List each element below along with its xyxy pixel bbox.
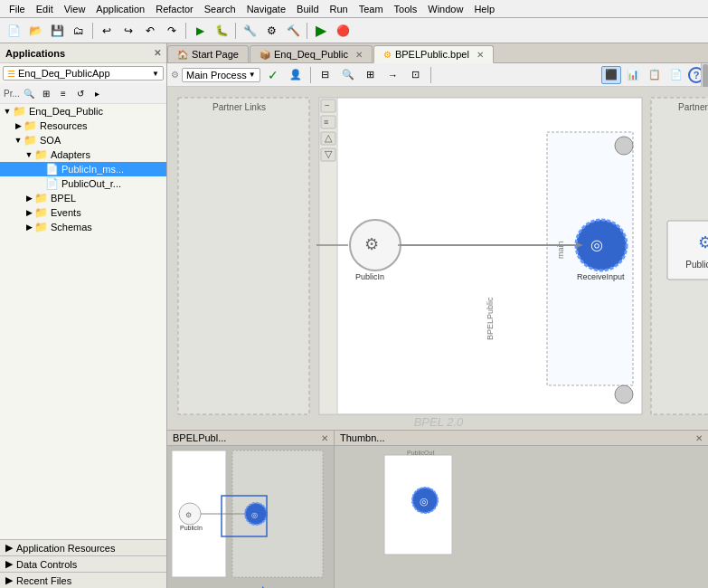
tree-toggle-bpel[interactable]: ▶	[24, 194, 34, 203]
app-selector[interactable]: ☰ Enq_Deq_PublicApp ▼	[3, 66, 164, 81]
svg-text:PublicOut: PublicOut	[685, 260, 708, 270]
tab-start-page[interactable]: 🏠 Start Page	[167, 45, 249, 62]
thumb-content-bpel[interactable]: ⚙ PublicIn ◎	[167, 446, 334, 588]
tree-toggle-soa[interactable]: ▼	[13, 136, 24, 145]
redo-button[interactable]: ↷	[162, 21, 182, 41]
undo-button[interactable]: ↶	[140, 21, 160, 41]
layout-btn[interactable]: ⊟	[316, 66, 335, 84]
expander-app-resources[interactable]: ▶ Application Resources	[0, 539, 166, 555]
partner-btn[interactable]: ⊡	[406, 66, 426, 84]
debug-button[interactable]: 🐛	[212, 21, 231, 41]
tree-refresh-btn[interactable]: ↺	[72, 85, 89, 101]
tab-icon-bpel: ⚙	[383, 50, 392, 60]
new-button[interactable]: 📄	[4, 21, 24, 41]
tree-filter-btn[interactable]: ⊞	[38, 85, 54, 101]
thumb-svg: ⚙ PublicIn ◎	[167, 446, 334, 588]
menu-view[interactable]: View	[59, 2, 91, 16]
tree-item-enq[interactable]: ▼ 📁 Enq_Deq_Public	[0, 104, 166, 119]
tree-search-btn[interactable]: 🔍	[21, 85, 37, 101]
tab-enq-deq[interactable]: 📦 Enq_Deq_Public ✕	[250, 45, 373, 62]
deploy2-button[interactable]: ⚙	[261, 21, 281, 41]
person-btn[interactable]: 👤	[286, 66, 306, 84]
menu-file[interactable]: File	[4, 2, 31, 16]
menu-help[interactable]: Help	[468, 2, 500, 16]
menubar: File Edit View Application Refactor Sear…	[0, 0, 708, 18]
tree-toggle-schemas[interactable]: ▶	[24, 223, 34, 232]
save-all-button[interactable]: 🗂	[69, 21, 89, 41]
thumbnail-area: BPELPubl... ✕ ⚙ PublicIn	[167, 430, 708, 588]
tree-toggle-adapters[interactable]: ▼	[24, 150, 34, 159]
tree-more-btn[interactable]: ▸	[90, 85, 106, 101]
tab-label-enq: Enq_Deq_Public	[274, 49, 348, 60]
zoom-btn[interactable]: 🔍	[338, 66, 358, 84]
menu-run[interactable]: Run	[325, 2, 354, 16]
folder-schemas-icon: 📁	[34, 221, 48, 233]
tree-config-btn[interactable]: ≡	[55, 85, 71, 101]
tree-label-publicout: PublicOut_r...	[61, 178, 121, 189]
tree-item-publicout[interactable]: 📄 PublicOut_r...	[0, 176, 166, 191]
tab-close-enq[interactable]: ✕	[355, 50, 363, 60]
deploy-button[interactable]: 🔧	[240, 21, 260, 41]
tree-item-events[interactable]: ▶ 📁 Events	[0, 205, 166, 220]
svg-point-9	[615, 137, 633, 155]
view-btn2[interactable]: 📊	[623, 66, 643, 84]
menu-refactor[interactable]: Refactor	[150, 2, 199, 16]
menu-navigate[interactable]: Navigate	[241, 2, 291, 16]
tree-item-soa[interactable]: ▼ 📁 SOA	[0, 133, 166, 147]
view-btn3[interactable]: 📋	[645, 66, 665, 84]
folder-events-icon: 📁	[34, 206, 48, 219]
main-layout: Applications ✕ ☰ Enq_Deq_PublicApp ▼ Pr.…	[0, 43, 708, 588]
panel-close-icon[interactable]: ✕	[154, 48, 161, 58]
view-btn4[interactable]: 📄	[666, 66, 686, 84]
tab-bpel[interactable]: ⚙ BPELPublic.bpel ✕	[373, 45, 494, 63]
menu-tools[interactable]: Tools	[389, 2, 423, 16]
process-selector[interactable]: Main Process ▼	[182, 68, 260, 82]
tree-item-schemas[interactable]: ▶ 📁 Schemas	[0, 220, 166, 234]
svg-text:Partner Links: Partner Links	[678, 102, 708, 112]
tree-label-bpel: BPEL	[51, 193, 76, 204]
expander-label-recent: Recent Files	[16, 575, 71, 586]
svg-text:△: △	[325, 132, 333, 143]
icon-toolbar-right: ⬛ 📊 📋 📄 ?	[601, 66, 704, 84]
tree-toggle-resources[interactable]: ▶	[13, 121, 24, 130]
profile-button[interactable]: 🔴	[333, 21, 353, 41]
run-main-button[interactable]: ▶	[311, 21, 331, 41]
process-dropdown-icon[interactable]: ▼	[249, 71, 256, 79]
tree-item-adapters[interactable]: ▼ 📁 Adapters	[0, 147, 166, 162]
thumb-close2[interactable]: ✕	[695, 433, 703, 443]
tree-toggle-enq[interactable]: ▼	[2, 107, 13, 116]
svg-text:−: −	[325, 100, 330, 110]
expander-label-app: Application Resources	[16, 543, 115, 554]
expander-recent-files[interactable]: ▶ Recent Files	[0, 572, 166, 588]
deploy3-button[interactable]: 🔨	[283, 21, 303, 41]
open-button[interactable]: 📂	[25, 21, 45, 41]
sep-process2	[430, 67, 431, 83]
app-dropdown-icon[interactable]: ▼	[152, 70, 159, 78]
thumb-content2[interactable]: ◎ PublicOut	[335, 446, 708, 588]
menu-build[interactable]: Build	[291, 2, 324, 16]
tree-item-bpel[interactable]: ▶ 📁 BPEL	[0, 191, 166, 205]
menu-search[interactable]: Search	[199, 2, 241, 16]
tree-label-enq: Enq_Deq_Public	[29, 106, 103, 117]
right-panel: 🏠 Start Page 📦 Enq_Deq_Public ✕ ⚙ BPELPu…	[167, 43, 708, 588]
arrow-btn[interactable]: →	[383, 66, 403, 84]
tree-item-publicin[interactable]: 📄 PublicIn_ms...	[0, 162, 166, 176]
tab-close-bpel[interactable]: ✕	[477, 50, 484, 60]
back-button[interactable]: ↩	[97, 21, 117, 41]
app-name: Enq_Deq_PublicApp	[18, 68, 152, 79]
save-button[interactable]: 💾	[47, 21, 67, 41]
tree-item-resources[interactable]: ▶ 📁 Resources	[0, 119, 166, 133]
thumb-close-bpel[interactable]: ✕	[321, 433, 328, 443]
view-btn1[interactable]: ⬛	[601, 66, 621, 84]
validate-btn[interactable]: ✓	[263, 66, 283, 84]
run-button[interactable]: ▶	[190, 21, 210, 41]
menu-window[interactable]: Window	[422, 2, 468, 16]
tab-icon-start: 🏠	[177, 50, 188, 60]
tree-toggle-events[interactable]: ▶	[24, 208, 34, 217]
forward-button[interactable]: ↪	[118, 21, 138, 41]
grid-btn[interactable]: ⊞	[361, 66, 381, 84]
menu-application[interactable]: Application	[90, 2, 150, 16]
menu-edit[interactable]: Edit	[31, 2, 59, 16]
menu-team[interactable]: Team	[354, 2, 389, 16]
expander-data-controls[interactable]: ▶ Data Controls	[0, 555, 166, 572]
